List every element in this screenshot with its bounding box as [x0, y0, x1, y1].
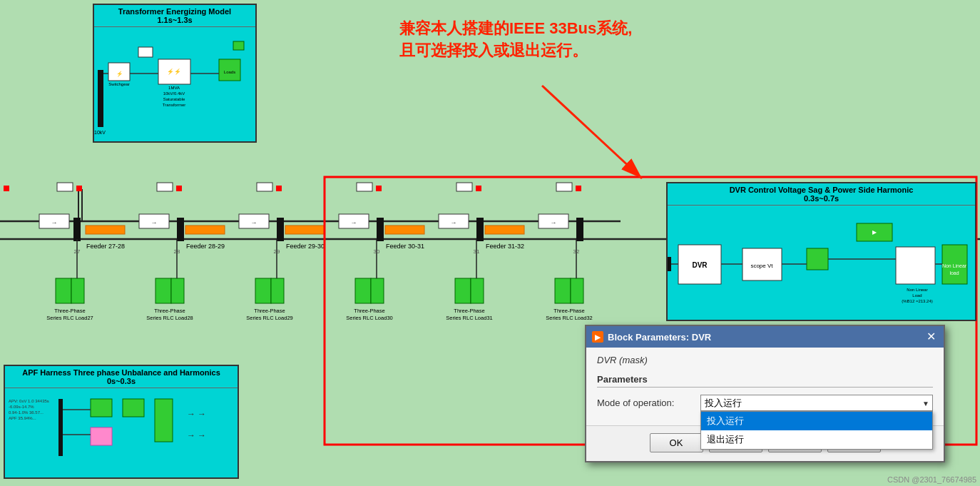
dialog-titlebar: ▶ Block Parameters: DVR ✕	[586, 326, 944, 348]
svg-text:scope Vt: scope Vt	[750, 263, 773, 269]
svg-text:→: →	[151, 219, 158, 226]
svg-rect-8	[377, 218, 384, 241]
svg-text:⚡: ⚡	[116, 71, 123, 77]
svg-text:30: 30	[374, 248, 380, 255]
svg-text:DVR: DVR	[692, 261, 708, 269]
transformer-diagram: 10kV Bus ⚡ Switchgear ⚡⚡ 1MVA 10kV/0.4kV…	[94, 27, 255, 134]
svg-rect-36	[157, 183, 173, 191]
svg-rect-31	[376, 186, 382, 191]
svg-text:Series RLC Load31: Series RLC Load31	[446, 315, 492, 321]
svg-rect-14	[385, 226, 424, 234]
svg-rect-46	[56, 278, 71, 303]
svg-rect-103	[138, 47, 153, 57]
svg-text:Load: Load	[912, 293, 922, 298]
transformer-box-title: Transformer Energizing Model 1.1s~1.3s	[94, 5, 255, 27]
dvr-diagram: DVR scope Vt Non Linear load Non Linear	[668, 206, 975, 325]
svg-rect-39	[456, 183, 472, 191]
svg-rect-24	[439, 214, 469, 228]
svg-rect-108	[807, 248, 828, 270]
apf-box-title: APF Harness Three phase Unbalance and Ha…	[5, 366, 238, 388]
svg-rect-54	[255, 278, 271, 303]
svg-text:27: 27	[74, 248, 81, 255]
svg-rect-30	[276, 186, 282, 191]
svg-rect-85	[98, 70, 103, 127]
dialog-mode-row: Mode of operation: 投入运行 退出运行 ▼ 投入运行 退出运行	[597, 395, 933, 411]
svg-rect-47	[71, 278, 84, 303]
svg-rect-55	[271, 278, 284, 303]
block-parameters-dialog[interactable]: ▶ Block Parameters: DVR ✕ DVR (mask) Par…	[585, 325, 945, 462]
svg-rect-40	[556, 183, 572, 191]
svg-rect-26	[539, 214, 568, 228]
dropdown-item-selected[interactable]: 投入运行	[701, 412, 932, 430]
svg-rect-16	[39, 214, 69, 228]
svg-text:32: 32	[573, 248, 580, 255]
svg-rect-130	[91, 399, 112, 417]
svg-text:Non Linear: Non Linear	[907, 288, 927, 292]
svg-text:APF 35.94%...: APF 35.94%...	[9, 416, 36, 420]
svg-text:Loads: Loads	[224, 70, 235, 74]
svg-rect-13	[285, 226, 325, 234]
svg-text:⚡⚡: ⚡⚡	[167, 68, 181, 75]
svg-rect-12	[185, 226, 225, 234]
svg-rect-50	[155, 278, 171, 303]
svg-text:10kV: 10kV	[94, 130, 106, 134]
svg-rect-59	[371, 278, 384, 303]
svg-text:→: →	[351, 219, 357, 226]
svg-rect-29	[176, 186, 182, 191]
dialog-title-icon: ▶	[592, 331, 603, 343]
svg-rect-28	[76, 186, 82, 191]
svg-rect-9	[476, 218, 484, 241]
svg-text:→: →	[198, 430, 206, 440]
svg-text:→: →	[187, 409, 195, 419]
svg-rect-22	[339, 214, 369, 228]
svg-text:Switchgear: Switchgear	[108, 82, 130, 86]
apf-box: APF Harness Three phase Unbalance and Ha…	[4, 365, 239, 479]
svg-text:▶: ▶	[872, 229, 877, 236]
svg-text:→: →	[551, 219, 557, 226]
svg-rect-33	[576, 186, 581, 191]
svg-rect-7	[277, 218, 284, 241]
svg-rect-10	[576, 218, 583, 241]
svg-text:Feeder 27-28: Feeder 27-28	[86, 243, 125, 250]
mode-of-operation-dropdown[interactable]: 投入运行 退出运行	[700, 395, 933, 411]
svg-rect-67	[571, 278, 583, 303]
dialog-body: DVR (mask) Parameters Mode of operation:…	[586, 348, 944, 425]
svg-text:→: →	[251, 219, 257, 226]
svg-rect-58	[355, 278, 371, 303]
svg-text:→: →	[451, 219, 457, 226]
svg-rect-37	[257, 183, 272, 191]
apf-diagram: APV: 0xV 1.0 34435s -6.09s-14.7% 0.94-1.…	[5, 388, 238, 481]
svg-text:→: →	[187, 430, 195, 440]
svg-rect-34	[4, 186, 9, 191]
svg-rect-38	[357, 183, 372, 191]
svg-rect-140	[58, 399, 63, 456]
dialog-dropdown-container[interactable]: 投入运行 退出运行 ▼ 投入运行 退出运行	[700, 395, 933, 411]
dropdown-popup[interactable]: 投入运行 退出运行	[700, 411, 933, 450]
dropdown-item-2[interactable]: 退出运行	[701, 430, 932, 449]
svg-rect-51	[171, 278, 184, 303]
svg-text:Three-Phase: Three-Phase	[553, 308, 584, 314]
svg-rect-35	[57, 183, 73, 191]
svg-text:Series RLC Load28: Series RLC Load28	[146, 315, 193, 321]
ok-button[interactable]: OK	[650, 433, 703, 452]
svg-text:Transformer: Transformer	[163, 103, 185, 107]
watermark: CSDN @2301_76674985	[887, 475, 976, 484]
dialog-section-label: Parameters	[597, 374, 933, 388]
dialog-title: Block Parameters: DVR	[608, 332, 711, 343]
svg-rect-132	[91, 427, 112, 445]
svg-text:Three-Phase: Three-Phase	[154, 308, 185, 314]
dialog-titlebar-left: ▶ Block Parameters: DVR	[592, 331, 711, 343]
svg-text:Series RLC Load32: Series RLC Load32	[546, 315, 592, 321]
svg-rect-18	[139, 214, 169, 228]
svg-rect-20	[239, 214, 269, 228]
svg-text:Three-Phase: Three-Phase	[54, 308, 85, 314]
svg-rect-15	[485, 226, 524, 234]
svg-rect-5	[73, 218, 81, 241]
svg-rect-102	[233, 41, 244, 50]
annotation-text: 兼容本人搭建的IEEE 33Bus系统, 且可选择投入或退出运行。	[399, 18, 632, 62]
svg-text:Feeder 29-30: Feeder 29-30	[286, 243, 325, 250]
svg-rect-131	[123, 399, 144, 417]
dialog-mode-label: Mode of operation:	[597, 398, 700, 408]
dialog-close-button[interactable]: ✕	[924, 330, 938, 344]
svg-text:Three-Phase: Three-Phase	[354, 308, 384, 314]
